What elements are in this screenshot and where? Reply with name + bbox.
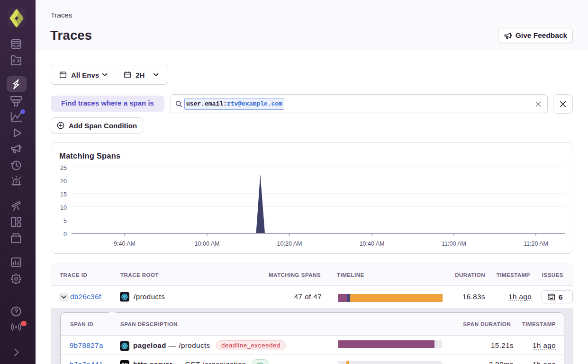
svg-text:11:00 AM: 11:00 AM	[442, 240, 466, 247]
svg-text:0: 0	[63, 231, 67, 238]
svg-text:5: 5	[63, 218, 67, 224]
svg-text:20: 20	[60, 178, 67, 185]
svg-text:10: 10	[60, 204, 67, 211]
svg-text:10:40 AM: 10:40 AM	[360, 240, 385, 247]
svg-text:11:20 AM: 11:20 AM	[524, 240, 548, 247]
svg-text:25: 25	[60, 165, 67, 171]
svg-text:ex: ex	[121, 361, 128, 364]
svg-text:15: 15	[60, 191, 67, 198]
svg-text:10:00 AM: 10:00 AM	[195, 240, 220, 247]
svg-text:9:40 AM: 9:40 AM	[114, 240, 136, 247]
svg-text:10:20 AM: 10:20 AM	[277, 240, 302, 247]
